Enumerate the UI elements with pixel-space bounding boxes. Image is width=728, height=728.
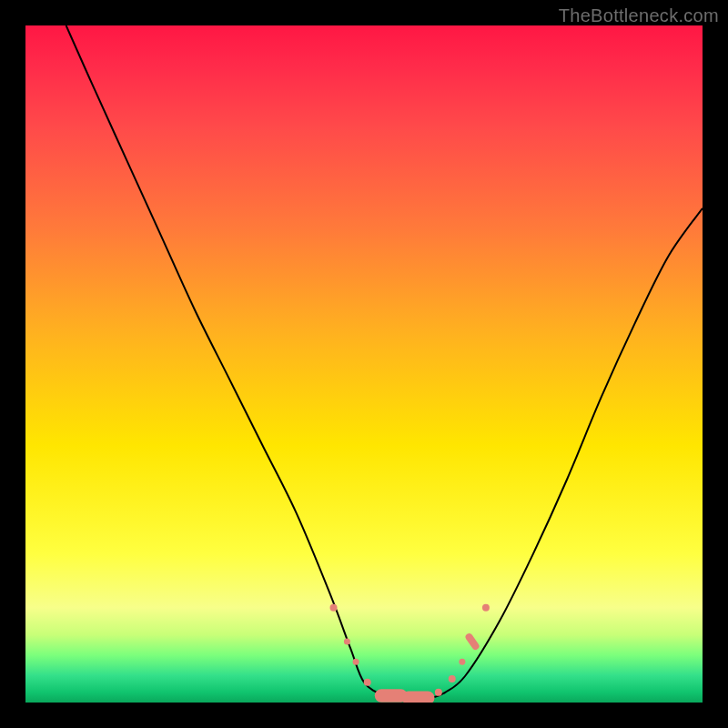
chart-frame: TheBottleneck.com — [0, 0, 728, 728]
svg-point-6 — [435, 689, 442, 696]
svg-point-0 — [330, 604, 338, 612]
svg-point-3 — [364, 679, 371, 686]
chart-curve — [66, 25, 703, 700]
svg-point-8 — [459, 659, 465, 665]
chart-svg — [25, 25, 703, 703]
chart-markers — [330, 604, 490, 703]
svg-point-10 — [482, 604, 490, 612]
chart-plot-area — [25, 25, 703, 703]
svg-point-1 — [344, 639, 350, 645]
svg-rect-9 — [464, 632, 480, 652]
svg-rect-5 — [402, 692, 435, 703]
watermark-text: TheBottleneck.com — [559, 5, 719, 26]
svg-point-7 — [449, 675, 456, 682]
svg-point-2 — [353, 659, 359, 665]
